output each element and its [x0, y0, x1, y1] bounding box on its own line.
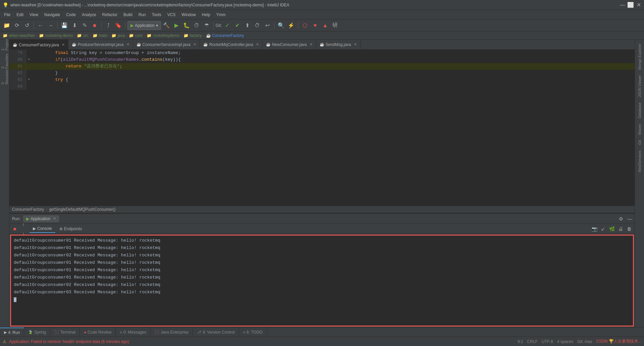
- status-encoding[interactable]: UTF-8: [542, 339, 553, 344]
- run-app-close[interactable]: ✕: [53, 216, 56, 221]
- run-minimize-btn[interactable]: —: [627, 216, 632, 221]
- breadcrumb-factory[interactable]: 📁 factory: [183, 33, 202, 38]
- bottom-tab-spring[interactable]: 🍃 Spring: [24, 328, 50, 337]
- reload-btn[interactable]: ↺: [22, 21, 32, 30]
- search-everywhere-btn[interactable]: 🔍: [276, 21, 286, 30]
- bookmark-btn[interactable]: 🔖: [114, 21, 123, 30]
- menu-code[interactable]: Code: [63, 12, 78, 18]
- tab-new-consumer[interactable]: ☕ NewConsumer.java ✕: [263, 40, 316, 49]
- minimize-button[interactable]: —: [620, 2, 625, 8]
- coverage-btn[interactable]: ☂: [202, 21, 211, 30]
- menu-window[interactable]: Window: [179, 12, 199, 18]
- menu-view[interactable]: View: [27, 12, 41, 18]
- scroll-up-btn[interactable]: ↑: [19, 220, 28, 229]
- menu-help[interactable]: Help: [199, 12, 213, 18]
- run-config-button[interactable]: ▶ Application ▾: [127, 21, 161, 30]
- git-commit-btn[interactable]: ✔: [232, 21, 242, 30]
- wrap-btn[interactable]: ↙: [599, 225, 607, 233]
- mb-method[interactable]: getSingleDefaultMQPushConsumer(): [49, 207, 115, 212]
- right-panel-git[interactable]: Git: [638, 138, 642, 148]
- run-btn[interactable]: ▶: [172, 21, 181, 30]
- menu-edit[interactable]: Edit: [14, 12, 26, 18]
- code-editor[interactable]: 79 final String key = consumerGroup + in…: [9, 50, 635, 206]
- status-crlf[interactable]: CRLF: [527, 339, 538, 344]
- breadcrumb-rocketmq[interactable]: 📁 rocketmq-demo: [39, 33, 73, 38]
- back-btn[interactable]: ←: [36, 21, 45, 30]
- make-btn[interactable]: 🔨: [162, 21, 171, 30]
- menu-refactor[interactable]: Refactor: [100, 12, 120, 18]
- jump-btn[interactable]: ⤴: [104, 21, 113, 30]
- endpoints-tab[interactable]: ⊕ Endpoints: [56, 225, 85, 233]
- menu-ymm[interactable]: Ymm: [214, 12, 228, 18]
- menu-file[interactable]: File: [1, 12, 13, 18]
- favorites-btn[interactable]: 2: Favorites: [0, 57, 9, 65]
- tab-send-msg[interactable]: ☕ SendMsg.java ✕: [316, 40, 361, 49]
- breadcrumb-java[interactable]: 📁 java: [111, 33, 125, 38]
- status-indent[interactable]: 4 spaces: [557, 339, 573, 344]
- bottom-tab-java-enterprise[interactable]: ⬛ Java Enterprise: [151, 328, 193, 337]
- bottom-tab-terminal[interactable]: ⬛ Terminal: [50, 328, 80, 337]
- tab-consumer-service[interactable]: ☕ ConsumerServiceImpl.java ✕: [133, 40, 200, 49]
- vcs-update-btn[interactable]: ⬇: [70, 21, 79, 30]
- open-file-btn[interactable]: 📁: [2, 21, 11, 30]
- maximize-button[interactable]: ⬜: [628, 2, 633, 8]
- menu-analyze[interactable]: Analyze: [79, 12, 99, 18]
- run-app-tab[interactable]: ▶ Application ✕: [23, 215, 59, 222]
- tab-producer-service[interactable]: ☕ ProducerServiceImpl.java ✕: [68, 40, 133, 49]
- forward-btn[interactable]: →: [46, 21, 55, 30]
- console-tab[interactable]: ▶ Console: [30, 225, 55, 233]
- breadcrumb-main[interactable]: 📁 main: [93, 33, 107, 38]
- fold-83[interactable]: ▼: [26, 77, 32, 83]
- git-check-btn[interactable]: ✓: [222, 21, 232, 30]
- tab-close-btn6[interactable]: ✕: [354, 42, 357, 47]
- vcs-commit-btn[interactable]: ✎: [80, 21, 89, 30]
- structure-btn[interactable]: 3: Structure: [0, 73, 9, 81]
- git-revert-btn[interactable]: ↩: [263, 21, 272, 30]
- right-panel-json[interactable]: JSON Viewer: [638, 72, 642, 100]
- right-panel-maven[interactable]: Maven: [638, 121, 642, 138]
- status-branch[interactable]: Git: mas: [577, 339, 592, 344]
- breadcrumb-file[interactable]: ☕ ConsumerFactory: [206, 33, 244, 38]
- right-panel-mongo[interactable]: Mongo Explorer: [638, 41, 642, 72]
- console-output[interactable]: defaultGroupconsumer01 Received Message:…: [10, 235, 634, 327]
- fold-80[interactable]: ▼: [26, 56, 32, 63]
- menu-run[interactable]: Run: [136, 12, 149, 18]
- tab-close-btn4[interactable]: ✕: [256, 42, 259, 47]
- bottom-tab-code-review[interactable]: ● Code Review: [80, 328, 116, 337]
- breadcrumb-com[interactable]: 📁 com: [129, 33, 143, 38]
- breadcrumb-src[interactable]: 📁 src: [77, 33, 88, 38]
- tab-close-btn5[interactable]: ✕: [310, 42, 313, 47]
- print-btn[interactable]: 🖨: [616, 225, 625, 233]
- stop-run-btn[interactable]: ■: [11, 225, 19, 233]
- tab-controller[interactable]: ☕ RocketMqController.java ✕: [200, 40, 263, 49]
- git-push-btn[interactable]: ⬆: [243, 21, 252, 30]
- bottom-tab-todo[interactable]: ≡ 6: TODO: [239, 328, 267, 337]
- tab-consumer-factory[interactable]: ☕ ConsumerFactory.java ✕: [9, 40, 68, 49]
- debug-btn[interactable]: 🐛: [182, 21, 191, 30]
- sync-btn[interactable]: ⟳: [12, 21, 21, 30]
- stop-btn[interactable]: ■: [90, 21, 99, 30]
- bottom-tab-messages[interactable]: ≡ 0: Messages: [116, 328, 150, 337]
- bottom-tab-run[interactable]: ▶ 4: Run: [0, 328, 24, 337]
- tab-close-btn2[interactable]: ✕: [126, 42, 129, 47]
- run-anything-btn[interactable]: ⚡: [286, 21, 296, 30]
- menu-tools[interactable]: Tools: [149, 12, 164, 18]
- git-history-btn[interactable]: ⏱: [253, 21, 262, 30]
- tab-close-btn[interactable]: ✕: [62, 43, 65, 47]
- menu-vcs[interactable]: VCS: [165, 12, 178, 18]
- menu-build[interactable]: Build: [121, 12, 135, 18]
- right-panel-rest[interactable]: RestServices: [638, 148, 642, 175]
- mb-class[interactable]: ConsumerFactory: [12, 207, 44, 212]
- menu-navigate[interactable]: Navigate: [42, 12, 63, 18]
- filter-btn[interactable]: 🌿: [608, 225, 616, 233]
- run-settings-btn[interactable]: ⚙: [619, 216, 623, 221]
- project-view-btn[interactable]: 1: Project: [0, 41, 9, 49]
- screenshot-btn[interactable]: 📷: [590, 225, 598, 233]
- breadcrumb-root[interactable]: 📁 when-iwasfree: [3, 33, 35, 38]
- tab-close-btn3[interactable]: ✕: [193, 42, 196, 47]
- close-button[interactable]: ✕: [636, 2, 641, 8]
- save-btn[interactable]: 💾: [60, 21, 69, 30]
- clear-btn[interactable]: 🗑: [625, 225, 633, 233]
- status-position[interactable]: 9:1: [518, 339, 523, 344]
- right-panel-database[interactable]: Database: [638, 100, 642, 121]
